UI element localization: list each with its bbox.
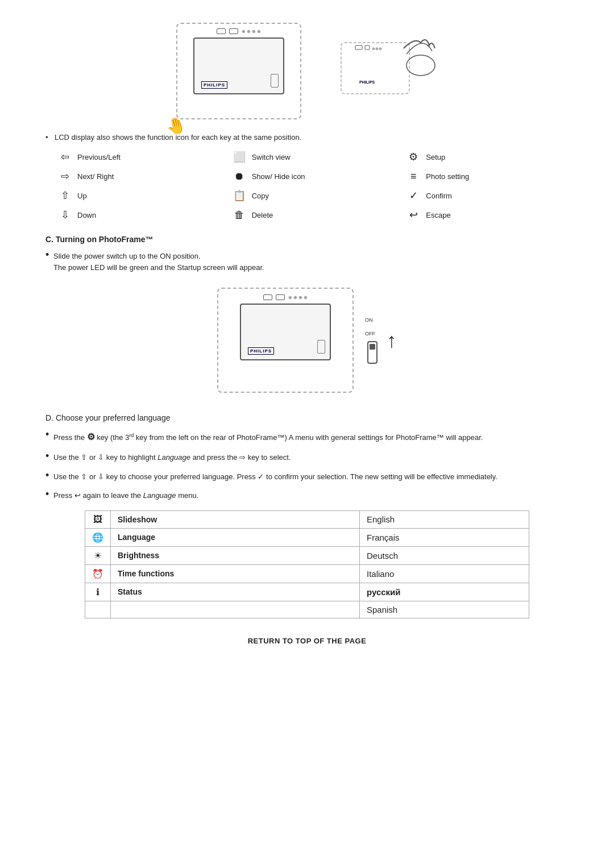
next-right-label: Next/ Right <box>77 172 114 181</box>
english-cell: English <box>359 510 529 528</box>
language-table: 🖼 Slideshow English 🌐 Language Français … <box>85 510 529 618</box>
escape-icon: ↩ <box>405 209 421 221</box>
superscript-rd: rd <box>129 433 134 438</box>
setup-icon: ⚙ <box>405 151 421 163</box>
section-d-bullet2: • Use the ⇧ or ⇩ key to highlight Langua… <box>45 452 569 463</box>
language-italic-d2: Language <box>157 453 190 462</box>
on-off-labels: ON OFF <box>365 317 375 337</box>
device2-buttons: ⊕ ⊕ ⊕ ⊕ <box>263 294 308 300</box>
section-c-bullet1-content: Slide the power switch up to the ON posi… <box>53 251 264 273</box>
table-row: 🌐 Language Français <box>85 528 529 546</box>
icon-setup: ⚙ Setup <box>405 151 569 163</box>
section-c-line1: Slide the power switch up to the ON posi… <box>53 252 201 260</box>
device-screen2: PHILIPS <box>240 304 331 360</box>
section-d-bullet1: • Press the ⚙ key (the 3rd key from the … <box>45 430 569 444</box>
section-d-title: D. Choose your preferred language <box>45 413 569 422</box>
top-illustrations: ⊕ ⊕ ⊕ ⊕ PHILIPS 🤚 ⊕⊕⊕ PHILIPS <box>45 23 569 119</box>
empty-icon-cell <box>85 601 111 618</box>
lcd-note-text: LCD display also shows the function icon… <box>55 133 301 142</box>
bullet-dot-d4: • <box>45 489 53 499</box>
confirm-key-icon-d3: ✓ <box>258 472 264 481</box>
section-c-title: C. Turning on PhotoFrame™ <box>45 235 569 244</box>
btn-sim-3 <box>263 294 272 300</box>
russian-cell: русский <box>359 583 529 601</box>
icon-confirm: ✓ Confirm <box>405 189 569 202</box>
up-label: Up <box>77 192 87 200</box>
section-d-title-text: D. Choose your preferred language <box>45 413 170 422</box>
table-row: ☀ Brightness Deutsch <box>85 546 529 564</box>
icon-copy: 📋 Copy <box>231 189 395 202</box>
lang-table-body: 🖼 Slideshow English 🌐 Language Français … <box>85 510 529 618</box>
time-label-cell: Time functions <box>111 564 360 583</box>
section-d-bullet1-content: Press the ⚙ key (the 3rd key from the le… <box>53 430 483 444</box>
btn-sim-4 <box>276 294 285 300</box>
svg-rect-1 <box>355 45 362 49</box>
bullet-dot-d2: • <box>45 451 53 461</box>
icon-switch-view: ⬜ Switch view <box>231 151 395 163</box>
icon-up: ⇧ Up <box>57 189 220 202</box>
escape-label: Escape <box>426 211 450 219</box>
table-row: Spanish <box>85 601 529 618</box>
up-icon: ⇧ <box>57 189 73 202</box>
slideshow-icon-cell: 🖼 <box>85 510 111 528</box>
language-label-cell: Language <box>111 528 360 546</box>
status-icon-cell: ℹ <box>85 583 111 601</box>
svg-text:⊕⊕⊕: ⊕⊕⊕ <box>372 47 382 51</box>
switch-view-label: Switch view <box>252 153 291 161</box>
device-on-illustration: ⊕ ⊕ ⊕ ⊕ PHILIPS ON OFF ↑ <box>45 281 569 400</box>
icon-escape: ↩ Escape <box>405 209 569 221</box>
svg-point-5 <box>406 55 435 76</box>
previous-left-icon: ⇦ <box>57 151 73 163</box>
icons-grid: ⇦ Previous/Left ⬜ Switch view ⚙ Setup ⇨ … <box>57 151 569 221</box>
language-icon-cell: 🌐 <box>85 528 111 546</box>
setup-label: Setup <box>426 153 445 161</box>
time-icon-cell: ⏰ <box>85 564 111 583</box>
switch-view-icon: ⬜ <box>231 151 247 163</box>
section-c-line2: The power LED will be green and the Star… <box>53 263 264 272</box>
bullet-dot-d1: • <box>45 429 53 439</box>
copy-icon: 📋 <box>231 189 247 202</box>
down-label: Down <box>77 211 96 219</box>
switch-widget <box>367 341 377 364</box>
escape-key-icon-d4: ↩ <box>74 491 81 500</box>
deutsch-cell: Deutsch <box>359 546 529 564</box>
icon-previous-left: ⇦ Previous/Left <box>57 151 220 163</box>
photo-setting-label: Photo setting <box>426 172 469 181</box>
show-hide-icon: ⏺ <box>231 171 247 182</box>
button-sim-2 <box>229 28 238 34</box>
up-key-icon-d2: ⇧ <box>81 453 87 462</box>
section-c-title-text: C. Turning on PhotoFrame™ <box>45 235 154 244</box>
onoff-switch-area: ON OFF <box>363 317 377 364</box>
power-up-arrow: ↑ <box>387 329 397 352</box>
copy-label: Copy <box>252 192 269 200</box>
down-icon: ⇩ <box>57 209 73 221</box>
device-buttons-top: ⊕ ⊕ ⊕ ⊕ <box>217 28 262 34</box>
section-d-bullet4: • Press ↩ again to leave the Language me… <box>45 490 569 501</box>
icon-show-hide: ⏺ Show/ Hide icon <box>231 170 395 182</box>
philips-logo2: PHILIPS <box>248 347 274 355</box>
section-d-bullet4-content: Press ↩ again to leave the Language menu… <box>53 490 198 501</box>
down-key-icon-d2: ⇩ <box>98 453 104 462</box>
language-italic-d4: Language <box>143 491 176 500</box>
previous-left-label: Previous/Left <box>77 153 121 161</box>
icon-next-right: ⇨ Next/ Right <box>57 170 220 182</box>
icon-photo-setting: ≡ Photo setting <box>405 170 569 182</box>
section-d: D. Choose your preferred language • Pres… <box>45 413 569 501</box>
empty-menu-cell <box>111 601 360 618</box>
on-label: ON <box>365 317 375 323</box>
svg-text:PHILIPS: PHILIPS <box>359 80 375 84</box>
bullet-dot-1: • <box>45 250 53 260</box>
photo-setting-icon: ≡ <box>405 171 421 182</box>
status-label-cell: Status <box>111 583 360 601</box>
spanish-cell: Spanish <box>359 601 529 618</box>
svg-rect-2 <box>365 45 370 49</box>
section-d-bullet3: • Use the ⇧ or ⇩ key to choose your pref… <box>45 471 569 483</box>
brightness-label-cell: Brightness <box>111 546 360 564</box>
return-to-top[interactable]: RETURN TO TOP OF THE PAGE <box>45 637 569 645</box>
delete-icon: 🗑 <box>231 209 247 221</box>
off-label: OFF <box>365 331 375 337</box>
return-link-text[interactable]: RETURN TO TOP OF THE PAGE <box>248 637 367 645</box>
section-d-bullet3-content: Use the ⇧ or ⇩ key to choose your prefer… <box>53 471 497 483</box>
brightness-icon-cell: ☀ <box>85 546 111 564</box>
icon-delete: 🗑 Delete <box>231 209 395 221</box>
